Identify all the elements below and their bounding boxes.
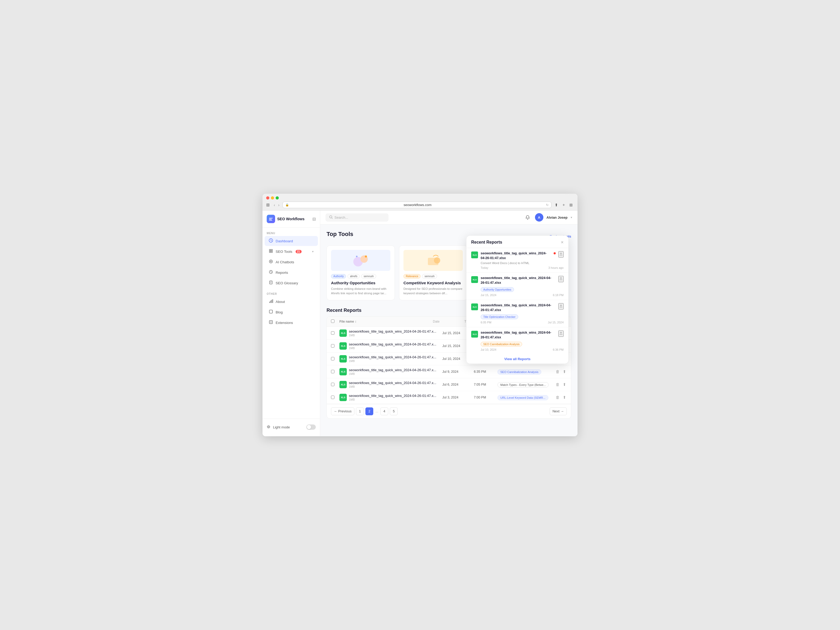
traffic-lights xyxy=(266,196,574,199)
popup-date: Today xyxy=(481,266,488,269)
page-btn-2[interactable]: 2 xyxy=(365,407,373,415)
row-checkbox[interactable] xyxy=(331,370,335,373)
delete-btn[interactable]: 🗑 xyxy=(555,369,560,374)
popup-tag: Authority Opportunities xyxy=(481,287,514,292)
row-file-info: XLS seoworkflows_title_tag_quick_wins_20… xyxy=(339,342,442,350)
share-btn[interactable]: ⬆ xyxy=(554,202,559,208)
file-details: seoworkflows_title_tag_quick_wins_2024-0… xyxy=(349,368,436,375)
user-initial: A xyxy=(538,216,540,219)
dashboard-icon xyxy=(269,238,273,243)
row-checkbox[interactable] xyxy=(331,357,335,360)
popup-upload-btn[interactable] xyxy=(558,330,564,337)
traffic-light-green[interactable] xyxy=(276,196,279,199)
reports-icon xyxy=(269,270,273,275)
logo-text: SEO Workflows xyxy=(277,217,305,221)
grid-btn[interactable]: ⊞ xyxy=(568,202,574,208)
upload-btn[interactable]: ⬆ xyxy=(562,382,567,387)
popup-item: XLS seoworkflows_title_tag_quick_wins_20… xyxy=(466,273,568,300)
user-chevron-icon[interactable]: ▾ xyxy=(571,216,572,219)
file-details: seoworkflows_title_tag_quick_wins_2024-0… xyxy=(349,355,436,363)
popup-close-btn[interactable]: × xyxy=(561,240,564,245)
sidebar-item-extensions[interactable]: Extensions xyxy=(265,317,318,328)
prev-page-btn[interactable]: ← Previous xyxy=(331,407,354,415)
tool-card-title-authority: Authority Opportunities xyxy=(331,281,390,285)
browser-nav-btns: ‹ › xyxy=(273,202,280,208)
sidebar-item-extensions-label: Extensions xyxy=(276,321,293,325)
popup-time: 6:36 PM xyxy=(553,348,564,351)
light-mode-toggle[interactable] xyxy=(306,425,316,430)
popup-upload-btn[interactable] xyxy=(558,251,564,257)
delete-btn[interactable]: 🗑 xyxy=(555,382,560,387)
sidebar-item-about[interactable]: About xyxy=(265,297,318,306)
delete-btn[interactable]: 🗑 xyxy=(555,395,560,400)
row-checkbox[interactable] xyxy=(331,344,335,347)
search-bar[interactable]: Search... xyxy=(325,213,388,221)
sidebar: SEO Workflows ⊟ MENU Dashboard SEO Tools… xyxy=(262,210,320,436)
row-tag: Match Types - Every Type (Betwe... xyxy=(497,382,549,387)
row-checkbox[interactable] xyxy=(331,383,335,386)
tool-card-competitive-keyword[interactable]: 🔑 Relevance semrush Competitive Keyword … xyxy=(399,245,467,300)
row-checkbox-wrap xyxy=(331,331,339,335)
address-bar[interactable]: 🔒 seoworkflows.com ↻ xyxy=(283,202,551,208)
upload-btn[interactable]: ⬆ xyxy=(562,395,567,400)
popup-upload-btn[interactable] xyxy=(558,276,564,282)
tool-card-authority-opportunities[interactable]: 🎨 Authority ahrefs semrush Authority xyxy=(327,245,395,300)
table-row[interactable]: XLS seoworkflows_title_tag_quick_wins_20… xyxy=(327,365,571,378)
popup-date: 6:05 PM xyxy=(481,321,491,324)
sidebar-item-seo-tools[interactable]: SEO Tools 21 ▾ xyxy=(265,246,318,256)
ai-chatbots-icon xyxy=(269,259,273,265)
popup-filename: seoworkflows_title_tag_quick_wins_2024-0… xyxy=(481,330,556,339)
notification-bell[interactable] xyxy=(523,213,532,221)
row-file-info: XLS seoworkflows_title_tag_quick_wins_20… xyxy=(339,394,442,401)
file-name: seoworkflows_title_tag_quick_wins_2024-0… xyxy=(349,355,436,359)
svg-rect-15 xyxy=(273,299,273,303)
url-text: seoworkflows.com xyxy=(291,203,545,207)
table-row[interactable]: XLS seoworkflows_title_tag_quick_wins_20… xyxy=(327,378,571,391)
traffic-light-red[interactable] xyxy=(266,196,269,199)
row-file-info: XLS seoworkflows_title_tag_quick_wins_20… xyxy=(339,381,442,388)
sidebar-item-ai-chatbots[interactable]: AI Chatbots xyxy=(265,257,318,267)
tool-card-image-competitive: 🔑 xyxy=(403,250,463,271)
popup-date: Jul 10, 2024 xyxy=(481,348,496,351)
browser-toolbar: ⊞ ‹ › 🔒 seoworkflows.com ↻ ⬆ ＋ ⊞ xyxy=(266,202,574,210)
popup-upload-btn[interactable] xyxy=(558,303,564,309)
browser-chrome: ⊞ ‹ › 🔒 seoworkflows.com ↻ ⬆ ＋ ⊞ xyxy=(262,194,578,210)
sidebar-item-dashboard[interactable]: Dashboard xyxy=(265,236,318,246)
about-icon xyxy=(269,299,273,304)
light-mode-label: Light mode xyxy=(273,425,290,429)
user-avatar: A xyxy=(535,213,543,221)
svg-point-30 xyxy=(434,257,440,264)
row-checkbox[interactable] xyxy=(331,396,335,399)
back-btn[interactable]: ‹ xyxy=(273,202,276,208)
new-tab-btn[interactable]: ＋ xyxy=(561,202,567,208)
page-btn-5[interactable]: 5 xyxy=(390,407,398,415)
row-file-info: XLS seoworkflows_title_tag_quick_wins_20… xyxy=(339,368,442,375)
popup-meta: Jul 15, 2024 6:18 PM xyxy=(471,294,564,297)
page-btn-4[interactable]: 4 xyxy=(381,407,388,415)
next-page-btn[interactable]: Next → xyxy=(549,407,567,415)
row-checkbox[interactable] xyxy=(331,331,335,335)
page-2-label: 2 xyxy=(369,409,370,413)
svg-rect-13 xyxy=(270,300,271,303)
sidebar-toggle-btn[interactable]: ⊞ xyxy=(266,202,270,207)
popup-xlsx-icon: XLS xyxy=(471,251,478,258)
page-btn-1[interactable]: 1 xyxy=(356,407,364,415)
reload-icon[interactable]: ↻ xyxy=(546,203,549,207)
popup-time: Jul 15, 2024 xyxy=(548,321,564,324)
popup-view-all-link[interactable]: View all Reports xyxy=(466,354,568,362)
svg-rect-1 xyxy=(269,219,272,219)
upload-btn[interactable]: ⬆ xyxy=(562,369,567,374)
popup-item: XLS seoworkflows_title_tag_quick_wins_20… xyxy=(466,327,568,354)
sidebar-toggle-icon[interactable]: ⊟ xyxy=(313,216,316,221)
forward-btn[interactable]: › xyxy=(277,202,281,208)
popup-meta: Jul 10, 2024 6:36 PM xyxy=(471,348,564,351)
sidebar-item-blog[interactable]: Blog xyxy=(265,307,318,317)
sidebar-item-reports[interactable]: Reports xyxy=(265,267,318,278)
sidebar-item-seo-glossary[interactable]: SEO Glossary xyxy=(265,278,318,288)
select-all-checkbox[interactable] xyxy=(331,319,335,323)
file-size: 1MB xyxy=(349,334,436,337)
traffic-light-yellow[interactable] xyxy=(271,196,274,199)
table-row[interactable]: XLS seoworkflows_title_tag_quick_wins_20… xyxy=(327,391,571,404)
row-checkbox-wrap xyxy=(331,357,339,360)
file-name: seoworkflows_title_tag_quick_wins_2024-0… xyxy=(349,381,436,385)
